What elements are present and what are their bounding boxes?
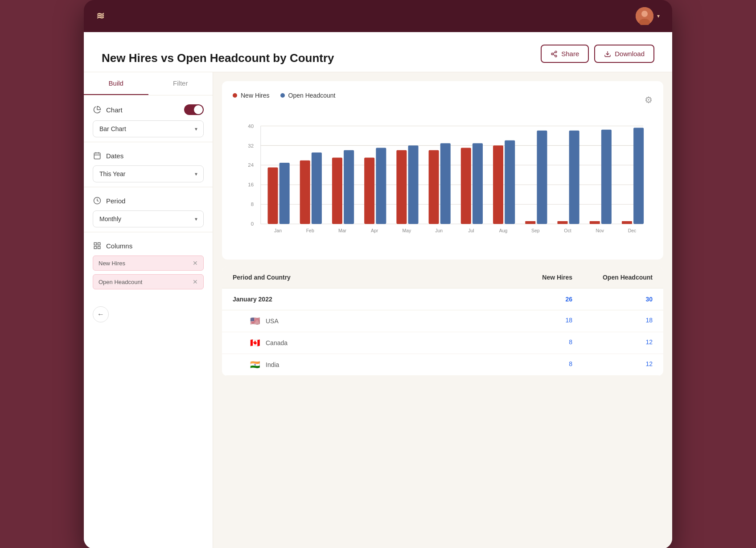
group-open-headcount-january[interactable]: 30 xyxy=(572,296,653,303)
child-open-headcount-usa[interactable]: 18 xyxy=(572,317,653,326)
svg-rect-61 xyxy=(590,221,600,224)
download-button[interactable]: Download xyxy=(594,45,654,63)
column-tag-new-hires: New Hires ✕ xyxy=(93,255,204,271)
remove-new-hires-button[interactable]: ✕ xyxy=(193,260,198,267)
remove-open-headcount-button[interactable]: ✕ xyxy=(193,278,198,285)
svg-rect-44 xyxy=(408,145,419,224)
country-canada: Canada xyxy=(266,339,288,346)
svg-point-1 xyxy=(641,11,648,17)
chart-area: New Hires Open Headcount ⚙ xyxy=(213,72,672,548)
tab-filter[interactable]: Filter xyxy=(148,72,213,95)
svg-rect-65 xyxy=(633,128,644,224)
new-hires-dot xyxy=(233,93,237,98)
child-open-headcount-canada[interactable]: 12 xyxy=(572,338,653,347)
chart-section: Chart Bar Chart Line Chart Pie Chart xyxy=(84,95,213,142)
dates-icon xyxy=(93,151,102,160)
table-header: Period and Country New Hires Open Headco… xyxy=(222,267,663,288)
svg-text:Apr: Apr xyxy=(371,228,378,233)
avatar-wrapper[interactable]: ▾ xyxy=(636,7,660,25)
period-select-wrapper: Monthly Quarterly Yearly xyxy=(93,210,204,227)
svg-rect-50 xyxy=(472,143,483,224)
chart-section-title: Chart xyxy=(93,105,123,114)
logo-icon: ≋ xyxy=(96,10,105,22)
svg-rect-56 xyxy=(537,131,547,224)
table-row-usa: 🇺🇸 USA 18 18 xyxy=(222,310,663,332)
dates-section: Dates This Year Last Year Custom xyxy=(84,142,213,187)
back-button[interactable]: ← xyxy=(93,306,109,322)
column-tag-open-headcount: Open Headcount ✕ xyxy=(93,274,204,289)
svg-text:Sep: Sep xyxy=(531,228,540,233)
legend-new-hires-label: New Hires xyxy=(241,92,270,99)
svg-text:Feb: Feb xyxy=(306,228,314,233)
svg-text:24: 24 xyxy=(248,163,254,168)
svg-rect-59 xyxy=(569,131,579,224)
child-label-canada: 🇨🇦 Canada xyxy=(249,338,501,347)
main-content: New Hires vs Open Headcount by Country S… xyxy=(84,32,672,548)
content-area: Build Filter xyxy=(84,72,672,548)
svg-text:Jul: Jul xyxy=(468,228,474,233)
svg-rect-52 xyxy=(493,145,503,224)
dates-section-header: Dates xyxy=(93,151,204,160)
sidebar: Build Filter xyxy=(84,72,213,548)
period-section: Period Monthly Quarterly Yearly xyxy=(84,187,213,232)
col-header-open-headcount: Open Headcount xyxy=(572,274,653,281)
child-new-hires-canada[interactable]: 8 xyxy=(501,338,572,347)
chart-svg: 0 8 16 24 32 40 Jan xyxy=(233,115,653,249)
svg-text:Aug: Aug xyxy=(499,228,508,233)
avatar xyxy=(636,7,653,25)
group-new-hires-january[interactable]: 26 xyxy=(501,296,572,303)
device-frame: ≋ ▾ New Hires vs Open Headcount by Count… xyxy=(84,0,672,548)
svg-text:Nov: Nov xyxy=(596,228,604,233)
child-label-usa: 🇺🇸 USA xyxy=(249,317,501,326)
child-new-hires-usa[interactable]: 18 xyxy=(501,317,572,326)
chart-toggle[interactable] xyxy=(184,104,204,115)
svg-point-4 xyxy=(551,53,553,55)
period-icon xyxy=(93,196,102,205)
period-section-header: Period xyxy=(93,196,204,205)
table-row-january: January 2022 26 30 xyxy=(222,288,663,310)
chart-type-select[interactable]: Bar Chart Line Chart Pie Chart xyxy=(93,120,204,137)
svg-rect-49 xyxy=(461,148,471,224)
svg-rect-31 xyxy=(268,168,278,224)
svg-rect-46 xyxy=(429,150,439,224)
share-icon xyxy=(551,50,558,58)
svg-rect-64 xyxy=(622,221,632,224)
child-label-india: 🇮🇳 India xyxy=(249,360,501,369)
svg-text:32: 32 xyxy=(248,143,254,148)
chevron-down-icon: ▾ xyxy=(657,13,660,19)
dates-select[interactable]: This Year Last Year Custom xyxy=(93,165,204,182)
top-bar: ≋ ▾ xyxy=(84,0,672,32)
child-new-hires-india[interactable]: 8 xyxy=(501,360,572,369)
svg-rect-62 xyxy=(601,130,612,224)
svg-rect-35 xyxy=(312,152,322,224)
svg-text:Dec: Dec xyxy=(628,228,637,233)
svg-rect-55 xyxy=(525,221,535,224)
columns-section: Columns New Hires ✕ Open Headcount ✕ xyxy=(84,232,213,297)
open-headcount-dot xyxy=(280,93,285,98)
svg-text:Oct: Oct xyxy=(564,228,571,233)
tab-build[interactable]: Build xyxy=(84,72,148,95)
flag-canada: 🇨🇦 xyxy=(249,338,261,347)
columns-section-header: Columns xyxy=(93,241,204,250)
svg-rect-40 xyxy=(364,158,374,224)
country-usa: USA xyxy=(266,317,279,325)
table-row-india: 🇮🇳 India 8 12 xyxy=(222,354,663,376)
column-tag-new-hires-label: New Hires xyxy=(99,260,125,267)
table-card: Period and Country New Hires Open Headco… xyxy=(222,267,663,376)
page-header: New Hires vs Open Headcount by Country S… xyxy=(84,32,672,72)
child-open-headcount-india[interactable]: 12 xyxy=(572,360,653,369)
legend-new-hires: New Hires xyxy=(233,92,270,99)
page-title: New Hires vs Open Headcount by Country xyxy=(102,51,334,65)
svg-rect-53 xyxy=(505,140,515,224)
flag-india: 🇮🇳 xyxy=(249,360,261,369)
chart-legend: New Hires Open Headcount xyxy=(233,92,335,99)
svg-rect-47 xyxy=(440,143,451,224)
download-label: Download xyxy=(615,50,645,58)
svg-rect-34 xyxy=(300,161,310,224)
chart-settings-icon[interactable]: ⚙ xyxy=(645,95,653,105)
chart-section-header: Chart xyxy=(93,104,204,115)
period-select[interactable]: Monthly Quarterly Yearly xyxy=(93,210,204,227)
group-label-january: January 2022 xyxy=(233,296,501,303)
columns-section-title: Columns xyxy=(93,241,132,250)
share-button[interactable]: Share xyxy=(541,45,589,63)
